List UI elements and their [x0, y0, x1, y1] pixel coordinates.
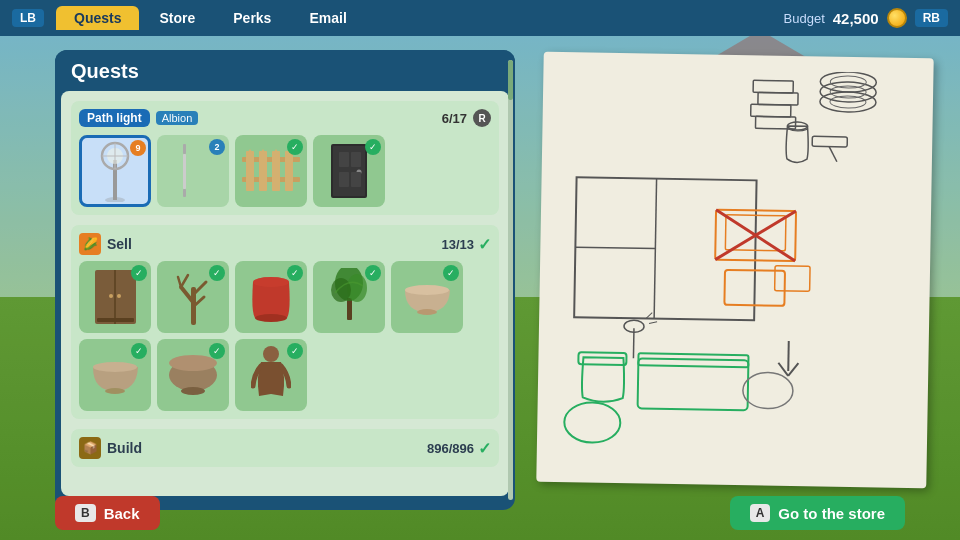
fence-icon [242, 149, 300, 194]
svg-point-29 [117, 294, 121, 298]
bowl3-icon [166, 355, 221, 395]
quest-sublabel-albion: Albion [156, 111, 199, 125]
goto-badge: A [750, 504, 771, 522]
sell-item-branch[interactable]: ✓ [157, 261, 229, 333]
blueprint-svg [552, 67, 919, 473]
sell-complete-check: ✓ [478, 235, 491, 254]
tab-perks[interactable]: Perks [215, 6, 289, 30]
svg-line-85 [788, 363, 798, 376]
quest-section-header: Path light Albion 6/17 R [79, 109, 491, 127]
sell-icon: 🌽 [79, 233, 101, 255]
quest-item-fence[interactable]: ✓ [235, 135, 307, 207]
svg-point-49 [169, 355, 217, 371]
svg-point-45 [417, 309, 437, 315]
sell-item-bowl[interactable]: ✓ [391, 261, 463, 333]
quest-items-grid: 9 2 [79, 135, 491, 207]
svg-line-82 [649, 322, 657, 324]
door-icon [329, 142, 369, 200]
back-button[interactable]: B Back [55, 496, 160, 530]
door-check: ✓ [365, 139, 381, 155]
top-bar-left: LB Quests Store Perks Email [12, 6, 365, 30]
sell-item-redpot[interactable]: ✓ [235, 261, 307, 333]
scrollbar-thumb[interactable] [508, 60, 513, 100]
quest-title-area: Path light Albion [79, 109, 198, 127]
svg-rect-7 [183, 154, 186, 189]
back-label: Back [104, 505, 140, 522]
fence-check: ✓ [287, 139, 303, 155]
quest-section-pathlight: Path light Albion 6/17 R 9 [71, 101, 499, 215]
svg-rect-73 [775, 266, 810, 292]
svg-rect-52 [753, 80, 793, 93]
svg-point-28 [109, 294, 113, 298]
svg-point-46 [93, 362, 137, 372]
quest-item-lantern[interactable]: 2 [157, 135, 229, 207]
sell-item-bowl3[interactable]: ✓ [157, 339, 229, 411]
pathlight-icon [95, 140, 135, 202]
sell-items-row2: ✓ ✓ [79, 339, 491, 411]
svg-rect-13 [259, 151, 267, 191]
build-count-value: 896/896 [427, 441, 474, 456]
nav-tabs: Quests Store Perks Email [56, 6, 365, 30]
svg-rect-8 [183, 189, 186, 197]
wardrobe-check: ✓ [131, 265, 147, 281]
build-count: 896/896 ✓ [427, 439, 491, 458]
lantern-icon [182, 144, 204, 199]
bowl2-check: ✓ [131, 343, 147, 359]
quest-item-pathlight-selected[interactable]: 9 [79, 135, 151, 207]
top-navigation-bar: LB Quests Store Perks Email Budget 42,50… [0, 0, 960, 36]
svg-rect-30 [97, 318, 134, 322]
blueprint-inner [552, 67, 919, 473]
svg-rect-65 [574, 177, 756, 320]
tab-quests[interactable]: Quests [56, 6, 139, 30]
redpot-icon [247, 272, 295, 322]
bowl2-icon [88, 355, 143, 395]
svg-rect-25 [351, 172, 361, 187]
svg-rect-23 [351, 152, 361, 167]
svg-rect-11 [246, 151, 254, 191]
sell-count-value: 13/13 [441, 237, 474, 252]
svg-rect-53 [758, 92, 798, 105]
sell-items-row1: ✓ ✓ [79, 261, 491, 333]
svg-point-78 [564, 402, 621, 443]
svg-line-83 [788, 341, 789, 371]
sell-item-figurine[interactable]: ✓ [235, 339, 307, 411]
svg-point-44 [405, 285, 449, 295]
quests-panel: Quests Path light Albion 6/17 R 9 [55, 50, 515, 510]
sell-label: 🌽 Sell [79, 233, 132, 255]
svg-line-64 [829, 147, 837, 162]
sell-item-plant[interactable]: ✓ [313, 261, 385, 333]
bottom-bar: B Back A Go to the store [55, 496, 905, 530]
sell-text: Sell [107, 236, 132, 252]
sell-item-wardrobe[interactable]: ✓ [79, 261, 151, 333]
svg-line-36 [181, 275, 188, 287]
goto-store-button[interactable]: A Go to the store [730, 496, 905, 530]
svg-point-50 [181, 387, 205, 395]
tab-email[interactable]: Email [291, 6, 364, 30]
goto-label: Go to the store [778, 505, 885, 522]
bowl3-check: ✓ [209, 343, 225, 359]
svg-rect-22 [339, 152, 349, 167]
branch-icon [176, 267, 211, 327]
svg-rect-6 [183, 144, 186, 154]
panel-body: Path light Albion 6/17 R 9 [61, 91, 509, 496]
build-label: 📦 Build [79, 437, 142, 459]
bowl-icon [400, 280, 455, 315]
build-icon: 📦 [79, 437, 101, 459]
back-badge: B [75, 504, 96, 522]
panel-header: Quests [55, 50, 515, 91]
tab-store[interactable]: Store [141, 6, 213, 30]
svg-point-43 [331, 278, 351, 302]
figurine-icon [251, 346, 291, 404]
quest-item-door[interactable]: ✓ [313, 135, 385, 207]
r-badge: R [473, 109, 491, 127]
rb-button[interactable]: RB [915, 9, 948, 27]
scrollbar-track[interactable] [508, 60, 513, 500]
lb-button[interactable]: LB [12, 9, 44, 27]
build-header: 📦 Build 896/896 ✓ [79, 437, 491, 459]
svg-rect-40 [347, 298, 352, 320]
build-section: 📦 Build 896/896 ✓ [71, 429, 499, 467]
sell-item-bowl2[interactable]: ✓ [79, 339, 151, 411]
svg-rect-24 [339, 172, 349, 187]
build-text: Build [107, 440, 142, 456]
blueprint-panel [536, 52, 933, 489]
